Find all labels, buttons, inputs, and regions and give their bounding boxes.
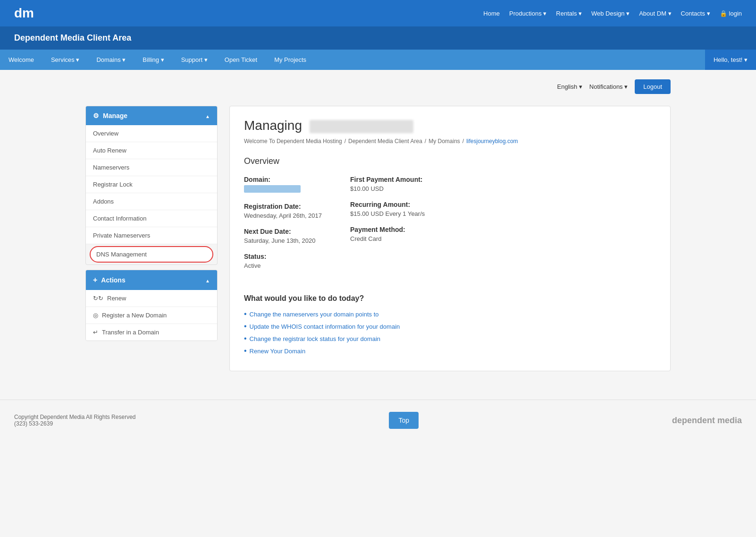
domain-value-blurred bbox=[244, 185, 301, 193]
action-link-item: Update the WHOIS contact information for… bbox=[244, 322, 656, 331]
action-link-registrar-lock[interactable]: Change the registrar lock status for you… bbox=[250, 335, 380, 342]
recurring-value: $15.00 USD Every 1 Year/s bbox=[350, 210, 425, 217]
user-greeting: Hello, test! ▾ bbox=[714, 56, 748, 63]
renew-icon: ↻ bbox=[93, 295, 103, 302]
nav-login[interactable]: 🔒 login bbox=[720, 10, 742, 17]
nav-support[interactable]: Support ▾ bbox=[173, 50, 216, 70]
overview-left-col: Domain: Registration Date: Wednesday, Ap… bbox=[244, 176, 322, 278]
footer: Copyright Dependent Media All Rights Res… bbox=[0, 400, 756, 441]
nav-contacts[interactable]: Contacts ▾ bbox=[681, 10, 710, 17]
domain-blurred bbox=[310, 120, 413, 133]
sidebar-manage-section: Manage Overview Auto Renew Nameservers R… bbox=[85, 106, 218, 265]
status-field: Status: Active bbox=[244, 253, 322, 269]
sidebar-item-private-nameservers[interactable]: Private Nameservers bbox=[86, 227, 217, 244]
overview-grid: Domain: Registration Date: Wednesday, Ap… bbox=[244, 176, 656, 278]
sidebar-item-renew[interactable]: ↻ Renew bbox=[86, 290, 217, 307]
next-due-date-value: Saturday, June 13th, 2020 bbox=[244, 237, 322, 244]
chevron-up-icon-actions bbox=[205, 276, 210, 284]
actions-label: Actions bbox=[101, 276, 125, 284]
sidebar-actions-header[interactable]: Actions bbox=[86, 270, 217, 290]
breadcrumb-client-area[interactable]: Dependent Media Client Area bbox=[348, 138, 422, 145]
status-value: Active bbox=[244, 262, 322, 269]
plus-icon bbox=[93, 276, 97, 284]
nav-rentals[interactable]: Rentals ▾ bbox=[556, 10, 582, 17]
brand-title: Dependent Media Client Area bbox=[14, 33, 742, 43]
section-title: Overview bbox=[244, 156, 656, 166]
registration-date-field: Registration Date: Wednesday, April 26th… bbox=[244, 203, 322, 219]
sidebar-item-register-domain[interactable]: ◎ Register a New Domain bbox=[86, 307, 217, 324]
footer-brand: dependent media bbox=[672, 416, 742, 426]
nav-services[interactable]: Services ▾ bbox=[42, 50, 88, 70]
content-area: English ▾ Notifications ▾ Logout Manage … bbox=[71, 70, 685, 381]
logout-button[interactable]: Logout bbox=[635, 79, 671, 94]
next-due-date-field: Next Due Date: Saturday, June 13th, 2020 bbox=[244, 228, 322, 244]
main-navigation: Welcome Services ▾ Domains ▾ Billing ▾ S… bbox=[0, 50, 756, 70]
action-section: What would you like to do today? Change … bbox=[244, 294, 656, 355]
sidebar-item-dns-management[interactable]: DNS Management bbox=[90, 246, 213, 263]
overview-right-col: First Payment Amount: $10.00 USD Recurri… bbox=[350, 176, 425, 278]
sidebar-item-registrar-lock[interactable]: Registrar Lock bbox=[86, 176, 217, 193]
sidebar-item-addons[interactable]: Addons bbox=[86, 193, 217, 210]
footer-left: Copyright Dependent Media All Rights Res… bbox=[14, 414, 135, 427]
action-link-item: Change the registrar lock status for you… bbox=[244, 334, 656, 343]
recurring-amount-field: Recurring Amount: $15.00 USD Every 1 Yea… bbox=[350, 201, 425, 217]
action-link-item: Renew Your Domain bbox=[244, 347, 656, 355]
user-menu[interactable]: Hello, test! ▾ bbox=[705, 50, 756, 70]
breadcrumb-current: lifesjourneyblog.com bbox=[466, 138, 518, 145]
first-payment-field: First Payment Amount: $10.00 USD bbox=[350, 176, 425, 192]
main-content: Managing Welcome To Dependent Media Host… bbox=[229, 106, 671, 371]
site-logo: dm bbox=[14, 6, 34, 21]
sidebar-actions-section: Actions ↻ Renew ◎ Register a New Domain … bbox=[85, 270, 218, 341]
nav-domains[interactable]: Domains ▾ bbox=[88, 50, 134, 70]
sidebar-item-overview[interactable]: Overview bbox=[86, 125, 217, 142]
nav-web-design[interactable]: Web Design ▾ bbox=[591, 10, 630, 17]
chevron-up-icon bbox=[205, 112, 210, 119]
top-controls: English ▾ Notifications ▾ Logout bbox=[85, 79, 671, 94]
manage-label: Manage bbox=[103, 112, 127, 119]
breadcrumb-home[interactable]: Welcome To Dependent Media Hosting bbox=[244, 138, 342, 145]
action-link-renew[interactable]: Renew Your Domain bbox=[250, 348, 306, 355]
nav-welcome[interactable]: Welcome bbox=[0, 50, 42, 70]
breadcrumb: Welcome To Dependent Media Hosting / Dep… bbox=[244, 138, 656, 145]
notifications-selector[interactable]: Notifications ▾ bbox=[589, 83, 628, 90]
sidebar-item-nameservers[interactable]: Nameservers bbox=[86, 159, 217, 176]
footer-copyright: Copyright Dependent Media All Rights Res… bbox=[14, 414, 135, 420]
top-nav-links: Home Productions ▾ Rentals ▾ Web Design … bbox=[483, 10, 742, 17]
sidebar-item-auto-renew[interactable]: Auto Renew bbox=[86, 142, 217, 159]
nav-billing[interactable]: Billing ▾ bbox=[134, 50, 172, 70]
payment-method-field: Payment Method: Credit Card bbox=[350, 226, 425, 242]
nav-open-ticket[interactable]: Open Ticket bbox=[216, 50, 266, 70]
gear-icon bbox=[93, 112, 99, 119]
sidebar-manage-header[interactable]: Manage bbox=[86, 106, 217, 125]
action-link-whois[interactable]: Update the WHOIS contact information for… bbox=[250, 323, 400, 330]
action-link-item: Change the nameservers your domain point… bbox=[244, 310, 656, 318]
nav-about-dm[interactable]: About DM ▾ bbox=[639, 10, 671, 17]
action-link-nameservers[interactable]: Change the nameservers your domain point… bbox=[250, 311, 379, 318]
top-navigation: dm Home Productions ▾ Rentals ▾ Web Desi… bbox=[0, 0, 756, 26]
lock-icon: 🔒 bbox=[720, 10, 727, 17]
breadcrumb-my-domains[interactable]: My Domains bbox=[428, 138, 460, 145]
first-payment-value: $10.00 USD bbox=[350, 185, 425, 192]
nav-my-projects[interactable]: My Projects bbox=[266, 50, 315, 70]
main-nav-left: Welcome Services ▾ Domains ▾ Billing ▾ S… bbox=[0, 50, 315, 70]
english-selector[interactable]: English ▾ bbox=[557, 83, 582, 90]
two-column-layout: Manage Overview Auto Renew Nameservers R… bbox=[85, 106, 671, 371]
domain-field: Domain: bbox=[244, 176, 322, 194]
brand-bar: Dependent Media Client Area bbox=[0, 26, 756, 50]
payment-method-value: Credit Card bbox=[350, 235, 425, 242]
action-links-list: Change the nameservers your domain point… bbox=[244, 310, 656, 355]
nav-home[interactable]: Home bbox=[483, 10, 500, 17]
top-button[interactable]: Top bbox=[389, 412, 419, 429]
transfer-icon: ↵ bbox=[93, 329, 98, 336]
registration-date-value: Wednesday, April 26th, 2017 bbox=[244, 212, 322, 219]
register-icon: ◎ bbox=[93, 312, 98, 319]
footer-phone: (323) 533-2639 bbox=[14, 420, 135, 427]
sidebar: Manage Overview Auto Renew Nameservers R… bbox=[85, 106, 218, 346]
sidebar-item-transfer-domain[interactable]: ↵ Transfer in a Domain bbox=[86, 324, 217, 341]
page-title: Managing bbox=[244, 118, 656, 133]
nav-productions[interactable]: Productions ▾ bbox=[509, 10, 546, 17]
sidebar-item-contact-information[interactable]: Contact Information bbox=[86, 210, 217, 227]
action-section-title: What would you like to do today? bbox=[244, 294, 656, 303]
